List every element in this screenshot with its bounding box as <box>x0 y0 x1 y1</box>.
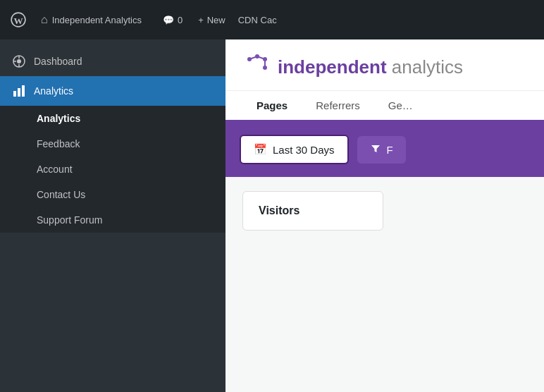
date-range-label: Last 30 Days <box>273 144 335 156</box>
submenu-feedback[interactable]: Feedback <box>0 131 225 157</box>
analytics-submenu: Analytics Feedback Account Contact Us Su… <box>0 106 225 233</box>
filter-funnel-icon <box>370 143 381 157</box>
filter-area: 📅 Last 30 Days F <box>225 122 544 177</box>
tab-pages[interactable]: Pages <box>242 91 302 122</box>
svg-point-16 <box>263 66 267 70</box>
comments-button[interactable]: 💬 0 <box>157 12 188 28</box>
main-layout: Dashboard Analytics Analytics Feedback <box>0 39 544 392</box>
logo-text-light: analytics <box>387 56 463 78</box>
logo-text-bold: independent <box>278 56 387 78</box>
logo-text: independent analytics <box>278 58 463 76</box>
calendar-icon: 📅 <box>254 143 267 156</box>
plus-icon: + <box>198 15 204 25</box>
svg-rect-8 <box>18 88 20 97</box>
home-button[interactable]: ⌂ Independent Analytics <box>35 11 147 29</box>
svg-text:W: W <box>13 16 23 26</box>
sidebar: Dashboard Analytics Analytics Feedback <box>0 39 225 392</box>
home-icon: ⌂ <box>41 13 48 26</box>
visitors-label: Visitors <box>259 204 299 216</box>
dashboard-label: Dashboard <box>34 56 82 67</box>
admin-bar: W ⌂ Independent Analytics 💬 0 + New CDN … <box>0 0 544 39</box>
tab-referrers[interactable]: Referrers <box>302 91 374 122</box>
svg-rect-9 <box>22 85 25 97</box>
tab-geo[interactable]: Ge… <box>374 91 427 122</box>
submenu-support-forum[interactable]: Support Forum <box>0 207 225 233</box>
site-title: Independent Analytics <box>52 15 142 25</box>
logo-icon <box>242 52 272 82</box>
submenu-account[interactable]: Account <box>0 157 225 182</box>
main-content: independent analytics Pages Referrers Ge… <box>225 39 544 392</box>
comment-icon: 💬 <box>163 15 174 25</box>
filter-button[interactable]: F <box>357 136 406 164</box>
tabs-bar: Pages Referrers Ge… <box>225 91 544 122</box>
svg-rect-7 <box>13 91 16 97</box>
wp-logo-button[interactable]: W <box>6 7 31 32</box>
svg-point-3 <box>17 59 21 63</box>
sidebar-item-dashboard[interactable]: Dashboard <box>0 47 225 76</box>
date-range-button[interactable]: 📅 Last 30 Days <box>240 135 349 164</box>
submenu-analytics[interactable]: Analytics <box>0 106 225 131</box>
submenu-contact-us[interactable]: Contact Us <box>0 182 225 207</box>
new-button[interactable]: + New <box>192 12 231 28</box>
plugin-logo: independent analytics <box>242 52 527 82</box>
plugin-header: independent analytics <box>225 39 544 91</box>
dashboard-icon <box>11 54 27 69</box>
comment-count: 0 <box>178 15 183 25</box>
analytics-icon <box>11 83 27 99</box>
new-label: New <box>207 15 225 25</box>
cdn-label: CDN Cac <box>238 15 277 25</box>
sidebar-item-analytics[interactable]: Analytics <box>0 76 225 106</box>
analytics-label: Analytics <box>34 85 73 97</box>
filter-label: F <box>387 144 393 156</box>
visitors-area: Visitors <box>225 177 544 392</box>
visitors-card: Visitors <box>242 191 383 231</box>
